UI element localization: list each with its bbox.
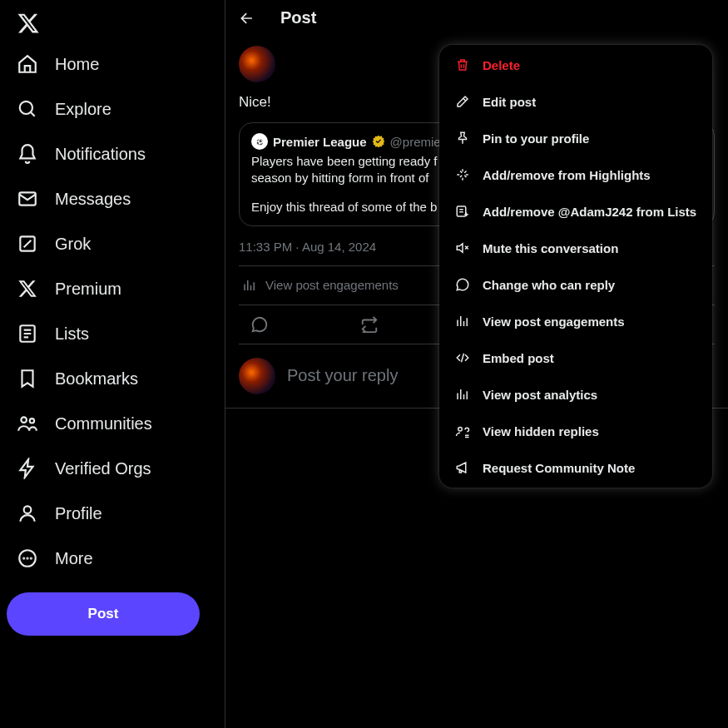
menu-analytics[interactable]: View post analytics	[439, 376, 712, 413]
code-icon	[454, 349, 471, 366]
search-icon	[17, 98, 38, 120]
list-icon	[17, 323, 38, 344]
mail-icon	[17, 188, 38, 210]
more-icon	[17, 547, 38, 569]
analytics-icon	[454, 386, 471, 403]
quoted-avatar: ⚽	[251, 133, 268, 150]
repost-icon[interactable]	[360, 315, 379, 334]
list-add-icon	[454, 203, 471, 220]
menu-pin[interactable]: Pin to your profile	[439, 120, 712, 156]
svg-point-12	[458, 428, 463, 432]
menu-mute[interactable]: Mute this conversation	[439, 230, 712, 266]
nav-premium[interactable]: Premium	[7, 268, 218, 310]
nav-home[interactable]: Home	[7, 43, 218, 85]
svg-point-6	[24, 506, 32, 513]
compose-post-button[interactable]: Post	[7, 592, 200, 636]
nav-communities[interactable]: Communities	[7, 403, 218, 444]
quoted-name: Premier League	[273, 135, 367, 149]
x-logo[interactable]	[7, 3, 218, 42]
menu-delete[interactable]: Delete	[439, 47, 712, 83]
nav-grok[interactable]: Grok	[7, 223, 218, 265]
pencil-icon	[454, 93, 471, 110]
svg-point-10	[31, 557, 32, 558]
page-title: Post	[280, 8, 316, 27]
person-icon	[17, 503, 38, 524]
menu-change-reply[interactable]: Change who can reply	[439, 266, 712, 303]
bar-chart-icon	[454, 313, 471, 329]
svg-point-4	[21, 417, 27, 423]
x-icon	[17, 278, 38, 300]
nav-messages[interactable]: Messages	[7, 178, 218, 220]
menu-edit-post[interactable]: Edit post	[439, 83, 712, 120]
nav-more[interactable]: More	[7, 537, 218, 579]
post-options-menu: Delete Edit post Pin to your profile Add…	[439, 45, 712, 488]
current-user-avatar	[239, 358, 275, 394]
nav-bookmarks[interactable]: Bookmarks	[7, 358, 218, 399]
sparkle-icon	[454, 166, 471, 183]
svg-point-5	[30, 418, 34, 423]
nav-notifications[interactable]: Notifications	[7, 133, 218, 175]
quoted-handle: @premier	[390, 135, 445, 149]
lightning-icon	[17, 458, 38, 479]
trash-icon	[454, 57, 471, 73]
menu-lists-addremove[interactable]: Add/remove @AdamJ242 from Lists	[439, 193, 712, 230]
svg-point-9	[27, 557, 27, 558]
reply-placeholder: Post your reply	[287, 366, 398, 385]
post-author-avatar[interactable]	[239, 46, 275, 82]
megaphone-icon	[454, 459, 471, 476]
home-icon	[17, 53, 38, 75]
nav-explore[interactable]: Explore	[7, 88, 218, 130]
nav-verified-orgs[interactable]: Verified Orgs	[7, 448, 218, 489]
nav-label: Home	[55, 55, 99, 74]
bookmark-icon	[17, 368, 38, 389]
nav-label: Premium	[55, 280, 121, 299]
eye-off-icon	[454, 423, 471, 439]
nav-label: Explore	[55, 100, 111, 119]
back-arrow-icon[interactable]	[239, 10, 255, 27]
nav-label: Notifications	[55, 145, 146, 164]
sidebar: Home Explore Notifications Messages Grok…	[0, 0, 225, 728]
reply-icon[interactable]	[250, 315, 269, 334]
pin-icon	[454, 130, 471, 146]
page-header: Post	[225, 0, 728, 36]
nav-profile[interactable]: Profile	[7, 493, 218, 534]
bell-icon	[17, 143, 38, 165]
grok-icon	[17, 233, 38, 255]
menu-embed[interactable]: Embed post	[439, 339, 712, 376]
nav-label: Messages	[55, 190, 131, 209]
people-icon	[17, 413, 38, 434]
svg-point-8	[23, 557, 24, 558]
nav-label: Grok	[55, 235, 91, 254]
verified-badge-icon	[372, 135, 385, 148]
mute-icon	[454, 240, 471, 256]
nav-label: Profile	[55, 504, 102, 523]
svg-point-0	[20, 102, 32, 114]
nav-label: Lists	[55, 324, 89, 344]
menu-hidden-replies[interactable]: View hidden replies	[439, 413, 712, 449]
nav-label: More	[55, 549, 93, 568]
nav-label: Bookmarks	[55, 369, 138, 389]
nav-label: Verified Orgs	[55, 459, 151, 478]
menu-view-engagements[interactable]: View post engagements	[439, 303, 712, 339]
nav-lists[interactable]: Lists	[7, 313, 218, 354]
menu-community-note[interactable]: Request Community Note	[439, 449, 712, 486]
menu-highlights[interactable]: Add/remove from Highlights	[439, 156, 712, 193]
nav-label: Communities	[55, 414, 152, 433]
chat-icon	[454, 276, 471, 293]
